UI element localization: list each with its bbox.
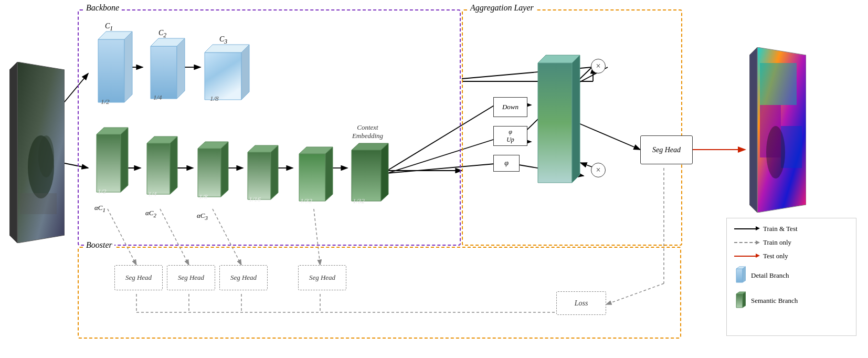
svg-marker-50 [205, 52, 241, 100]
svg-marker-68 [352, 150, 381, 201]
detail-c2-scale: 1/4 [153, 93, 162, 102]
context-embedding-scale: 1/32 [353, 197, 365, 205]
legend-item-test-only: Test only [734, 252, 849, 260]
svg-marker-71 [538, 63, 572, 183]
svg-marker-70 [381, 143, 388, 201]
context-embedding-block: 1/32 [345, 141, 393, 214]
svg-marker-40 [9, 62, 17, 243]
svg-marker-55 [121, 128, 128, 192]
semantic-1-scale: 1/2 [98, 187, 107, 196]
svg-rect-43 [20, 193, 57, 214]
svg-marker-73 [572, 55, 580, 183]
input-image [9, 62, 65, 243]
svg-marker-75 [749, 47, 757, 213]
semantic-4-scale: 1/16 [249, 195, 261, 204]
loss-label: Loss [575, 299, 588, 308]
booster-seg-head-2: Seg Head [167, 265, 215, 290]
down-box: Down [493, 97, 527, 117]
legend-item-semantic-branch: Semantic Branch [734, 291, 849, 311]
svg-marker-58 [170, 136, 177, 194]
detail-c1-label: C1 [105, 22, 113, 32]
aggregation-block [530, 52, 588, 196]
booster-label: Booster [84, 240, 114, 250]
aggregation-label: Aggregation Layer [468, 3, 536, 13]
semantic-2-label: αC2 [145, 209, 156, 218]
output-image [749, 47, 806, 213]
svg-marker-82 [743, 267, 746, 282]
diagram-container: Backbone Aggregation Layer Booster [0, 0, 868, 358]
semantic-block-5: 1/32 [293, 144, 337, 214]
phi-up-box: φ Up [493, 126, 527, 146]
detail-c3-label: C3 [219, 35, 227, 45]
svg-marker-80 [736, 269, 743, 282]
booster-seg-head-4: Seg Head [298, 265, 346, 290]
svg-rect-76 [760, 63, 797, 105]
detail-block-c3: 1/8 [197, 42, 255, 112]
svg-marker-67 [325, 147, 333, 201]
svg-marker-53 [97, 134, 121, 192]
svg-marker-83 [736, 294, 743, 308]
legend-item-train-test: Train & Test [734, 225, 849, 233]
multiply-circle-top: × [591, 59, 606, 73]
main-seg-head: Seg Head [640, 135, 693, 164]
semantic-5-scale: 1/32 [300, 197, 312, 205]
svg-point-42 [38, 135, 54, 177]
semantic-block-1: 1/2 [90, 125, 132, 203]
semantic-3-scale: 1/8 [199, 193, 208, 201]
semantic-block-3: 1/8 [192, 139, 232, 209]
semantic-2-scale: 1/4 [148, 190, 157, 198]
detail-c1-scale: 1/2 [101, 98, 110, 106]
detail-c2-label: C2 [158, 29, 166, 39]
svg-point-79 [766, 126, 785, 178]
multiply-circle-bottom: × [591, 163, 606, 177]
phi-box: φ [493, 155, 520, 172]
booster-seg-head-1: Seg Head [114, 265, 163, 290]
svg-marker-59 [198, 149, 221, 197]
svg-marker-64 [271, 145, 278, 199]
svg-marker-47 [151, 46, 177, 99]
svg-marker-46 [124, 31, 132, 102]
detail-block-c1: 1/2 [90, 29, 137, 112]
semantic-block-4: 1/16 [241, 143, 282, 212]
semantic-block-2: 1/4 [141, 134, 182, 207]
svg-marker-65 [299, 154, 325, 201]
detail-c3-scale: 1/8 [210, 94, 219, 103]
legend-item-train-only: Train only [734, 238, 849, 247]
booster-seg-head-3: Seg Head [219, 265, 268, 290]
svg-marker-44 [98, 39, 124, 102]
svg-marker-56 [147, 143, 170, 194]
legend-item-detail-branch: Detail Branch [734, 266, 849, 286]
loss-box: Loss [556, 291, 606, 315]
semantic-1-label: αC1 [94, 204, 105, 213]
semantic-3-label: αC3 [197, 212, 208, 221]
context-embedding-label: ContextEmbedding [340, 123, 395, 140]
legend-box: Train & Test Train only Test only [726, 218, 856, 336]
detail-block-c2: 1/4 [143, 36, 190, 111]
svg-marker-61 [221, 142, 228, 197]
backbone-label: Backbone [84, 3, 121, 13]
svg-marker-85 [743, 292, 746, 308]
svg-marker-62 [248, 152, 271, 199]
svg-marker-49 [177, 38, 185, 99]
main-seg-head-label: Seg Head [652, 146, 681, 154]
svg-marker-52 [241, 45, 249, 100]
